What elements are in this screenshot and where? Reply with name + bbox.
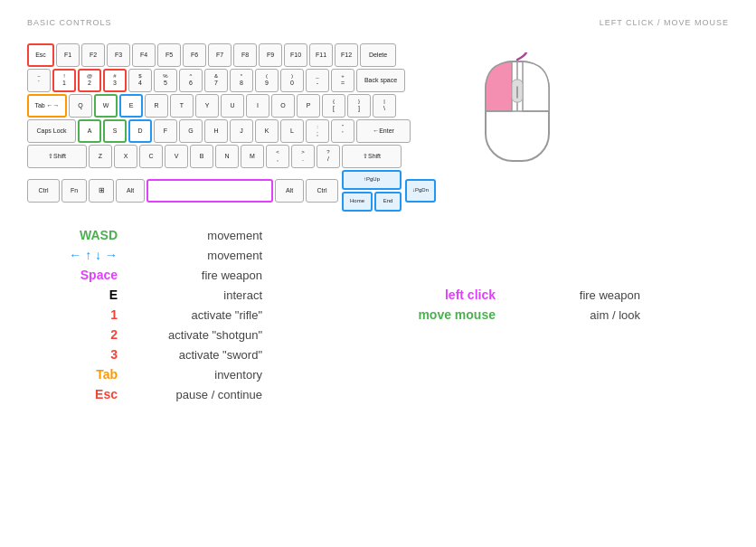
key-7[interactable]: &7	[204, 69, 228, 92]
key-backspace[interactable]: Back space	[356, 69, 405, 92]
key-z[interactable]: Z	[89, 145, 112, 168]
key-m[interactable]: M	[241, 145, 264, 168]
key-n[interactable]: N	[215, 145, 239, 168]
key-f8[interactable]: F8	[233, 43, 257, 67]
key-ctrl-right[interactable]: Ctrl	[306, 179, 338, 203]
keyboard-row-asdf: Caps Lock A S D F G H J K L :; "' ←Enter	[27, 119, 436, 143]
key-5[interactable]: %5	[154, 69, 177, 92]
legend-row-left-click: left click fire weapon	[405, 288, 729, 302]
legend-key-3: 3	[27, 347, 136, 362]
key-s[interactable]: S	[103, 119, 127, 143]
key-b[interactable]: B	[190, 145, 213, 168]
key-r[interactable]: R	[145, 94, 168, 118]
key-pgdn[interactable]: ↓PgDn	[405, 179, 436, 203]
key-pgup[interactable]: ↑PgUp	[342, 170, 402, 190]
key-delete[interactable]: Delete	[360, 43, 396, 67]
legend-key-e: E	[27, 288, 136, 302]
keyboard: Esc F1 F2 F3 F4 F5 F6 F7 F8 F9 F10 F11 F…	[27, 43, 436, 212]
key-w[interactable]: W	[94, 94, 118, 118]
key-f10[interactable]: F10	[284, 43, 307, 67]
key-f4[interactable]: F4	[132, 43, 156, 67]
key-rbracket[interactable]: }]	[347, 94, 371, 118]
key-q[interactable]: Q	[69, 94, 92, 118]
key-ctrl-left[interactable]: Ctrl	[27, 179, 60, 203]
key-k[interactable]: K	[255, 119, 279, 143]
key-x[interactable]: X	[114, 145, 137, 168]
legend-row-move-mouse: move mouse aim / look	[405, 307, 729, 322]
key-u[interactable]: U	[221, 94, 244, 118]
key-g[interactable]: G	[179, 119, 203, 143]
key-f3[interactable]: F3	[107, 43, 130, 67]
key-minus[interactable]: _-	[306, 69, 329, 92]
key-9[interactable]: (9	[255, 69, 279, 92]
keyboard-area: Esc F1 F2 F3 F4 F5 F6 F7 F8 F9 F10 F11 F…	[27, 43, 729, 212]
key-l[interactable]: L	[280, 119, 304, 143]
mouse-illustration	[472, 52, 562, 201]
key-f12[interactable]: F12	[335, 43, 358, 67]
key-shift-right[interactable]: ⇧Shift	[342, 145, 402, 168]
key-p[interactable]: P	[297, 94, 320, 118]
key-d[interactable]: D	[128, 119, 152, 143]
key-j[interactable]: J	[230, 119, 253, 143]
key-1[interactable]: !1	[52, 69, 76, 92]
key-f5[interactable]: F5	[157, 43, 181, 67]
key-f11[interactable]: F11	[309, 43, 333, 67]
key-alt-left[interactable]: Alt	[116, 179, 145, 203]
key-comma[interactable]: <,	[266, 145, 289, 168]
subtitle-left: BASIC CONTROLS	[27, 18, 112, 27]
key-caps-lock[interactable]: Caps Lock	[27, 119, 76, 143]
main-container: BASIC CONTROLS LEFT CLICK / MOVE MOUSE E…	[0, 0, 756, 547]
legend-action-tab: inventory	[136, 368, 262, 382]
key-f7[interactable]: F7	[208, 43, 232, 67]
key-f6[interactable]: F6	[183, 43, 206, 67]
key-3[interactable]: #3	[103, 69, 127, 92]
key-a[interactable]: A	[78, 119, 101, 143]
key-v[interactable]: V	[165, 145, 188, 168]
key-y[interactable]: Y	[195, 94, 219, 118]
keyboard-row-func: Esc F1 F2 F3 F4 F5 F6 F7 F8 F9 F10 F11 F…	[27, 43, 436, 67]
legend-key-left-click: left click	[405, 288, 514, 302]
legend-action-1: activate "rifle"	[136, 308, 262, 322]
keyboard-row-bottom: Ctrl Fn ⊞ Alt Alt Ctrl ↑PgUp Home End ↓P…	[27, 170, 436, 212]
key-home[interactable]: Home	[342, 192, 373, 212]
key-f2[interactable]: F2	[81, 43, 105, 67]
key-shift-left[interactable]: ⇧Shift	[27, 145, 87, 168]
key-quote[interactable]: "'	[331, 119, 354, 143]
key-f1[interactable]: F1	[56, 43, 80, 67]
key-8[interactable]: *8	[230, 69, 253, 92]
key-t[interactable]: T	[170, 94, 194, 118]
key-alt-right[interactable]: Alt	[275, 179, 304, 203]
key-win[interactable]: ⊞	[89, 179, 114, 203]
key-f[interactable]: F	[154, 119, 177, 143]
legend-area: WASD movement ← ↑ ↓ → movement Space fir…	[27, 228, 729, 401]
key-h[interactable]: H	[204, 119, 228, 143]
key-f9[interactable]: F9	[259, 43, 282, 67]
key-slash[interactable]: ?/	[317, 145, 340, 168]
key-backslash[interactable]: |\	[373, 94, 396, 118]
key-o[interactable]: O	[271, 94, 295, 118]
key-0[interactable]: )0	[280, 69, 304, 92]
key-2[interactable]: @2	[78, 69, 101, 92]
key-space[interactable]	[146, 179, 273, 203]
key-grave[interactable]: ~`	[27, 69, 51, 92]
key-e[interactable]: E	[119, 94, 143, 118]
legend-row-wasd: WASD movement	[27, 228, 351, 242]
mouse-svg	[472, 52, 562, 197]
key-tab[interactable]: Tab ←→	[27, 94, 67, 118]
subtitle-right: LEFT CLICK / MOVE MOUSE	[600, 18, 729, 27]
key-esc[interactable]: Esc	[27, 43, 54, 67]
key-6[interactable]: ^6	[179, 69, 203, 92]
key-lbracket[interactable]: {[	[322, 94, 345, 118]
key-i[interactable]: I	[246, 94, 269, 118]
key-equals[interactable]: +=	[331, 69, 354, 92]
key-semicolon[interactable]: :;	[306, 119, 329, 143]
key-end[interactable]: End	[374, 192, 402, 212]
key-4[interactable]: $4	[128, 69, 152, 92]
legend-action-left-click: fire weapon	[514, 288, 640, 302]
legend-action-e: interact	[136, 288, 262, 302]
key-c[interactable]: C	[139, 145, 163, 168]
key-enter[interactable]: ←Enter	[356, 119, 411, 143]
legend-row-2: 2 activate "shotgun"	[27, 327, 351, 342]
key-fn[interactable]: Fn	[61, 179, 87, 203]
key-period[interactable]: >.	[291, 145, 315, 168]
